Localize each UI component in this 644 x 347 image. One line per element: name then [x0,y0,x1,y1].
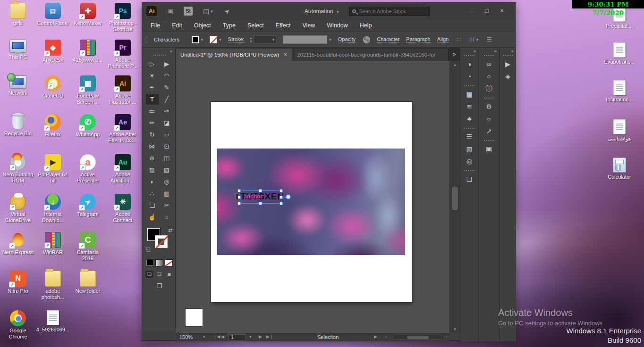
transparency-panel-icon[interactable]: ◎ [460,155,478,167]
actions-panel-icon[interactable]: ⚙ [479,100,499,113]
desktop-icon-adobe-photoshop-folder[interactable]: adobe photosh... [36,271,70,300]
line-segment-tool[interactable]: ╱ [161,94,173,105]
align-link[interactable]: Align [437,36,449,43]
symbol-sprayer-tool[interactable]: ∴ [146,188,159,199]
zoom-select-icon[interactable]: ▾ [203,334,205,339]
blend-tool[interactable]: ◎ [161,176,173,187]
desktop-icon-infiltration[interactable]: Infiltration... [602,80,636,103]
draw-inside-icon[interactable]: ◙ [165,271,173,278]
chevron-down-icon[interactable]: ▾ [201,37,203,42]
distribute-objects-icon[interactable]: ☰ [469,36,475,43]
desktop-icon-fonepaw[interactable]: ▣FonePaw Screen ... [71,75,105,105]
arrange-documents-icon[interactable]: ◫ [203,8,209,15]
stroke-color-swatch[interactable] [210,36,217,43]
selection-handle[interactable] [237,202,241,205]
lasso-tool[interactable]: ◠ [161,70,173,81]
vertical-scrollbar[interactable]: ▴ ▾ [449,61,460,333]
rectangle-tool[interactable]: ▭ [146,106,159,116]
gradient-tool[interactable]: ▧ [161,165,173,175]
chevron-down-icon[interactable]: ▾ [219,37,221,42]
none-button[interactable] [165,259,173,266]
first-artboard-icon[interactable]: ❘◀ [213,334,220,339]
share-icon[interactable]: ➤ [222,7,231,16]
desktop-icon-evapotranspiration[interactable]: Evapotrans... [602,42,636,65]
paragraph-link[interactable]: Paragraph [406,36,430,43]
color-guide-panel-icon[interactable]: ◔ [460,70,478,83]
panel-grip[interactable] [503,55,513,56]
minimize-button[interactable]: — [464,5,479,16]
last-artboard-icon[interactable]: ▶❘ [266,334,273,339]
align-objects-icon[interactable]: ∷ [457,36,461,43]
automation-play-icon[interactable]: ▶ [500,58,516,70]
desktop-icon-new-folder[interactable]: New folder [71,271,105,294]
desktop-icon-nero-burning[interactable]: Nero Burning ROM [1,154,35,184]
desktop-icon-whatsapp[interactable]: ✆WhatsApp [71,114,105,138]
desktop-icon-chrome[interactable]: Google Chrome [1,310,35,340]
desktop-icon-potplayer[interactable]: ▶PotPlayer 64 bit [36,154,70,184]
selection-tool[interactable]: ▷ [146,58,159,69]
eyedropper-tool[interactable]: ◗ [146,176,159,187]
pen-tool[interactable]: ✒ [146,82,159,93]
menu-view[interactable]: View [302,22,315,29]
collapse-panel-icon[interactable]: « [144,48,175,54]
shape-builder-tool[interactable]: ⊕ [146,153,159,164]
desktop-icon-audition[interactable]: AuAdobe Audition ... [106,154,140,184]
desktop-icon-nero-express[interactable]: Nero Express [1,232,35,256]
perspective-grid-tool[interactable]: ◫ [161,153,173,164]
artboard-number-field[interactable]: 1 [229,334,246,340]
selection-handle[interactable] [280,202,283,205]
close-button[interactable]: × [494,5,509,16]
desktop-icon-active-presenter[interactable]: aActive Presenter [71,154,105,184]
control-panel-menu-icon[interactable]: ☰ [487,36,492,43]
stroke-label[interactable]: Stroke: [228,36,245,43]
scroll-left-icon[interactable]: ‹ [385,334,387,339]
text-object-selection[interactable]: TUTSXEN anchor I [239,190,281,204]
menu-file[interactable]: File [151,22,160,29]
desktop-icon-idm[interactable]: ↓Internet Downlo... [36,194,70,223]
scroll-up-icon[interactable]: ▴ [450,62,460,67]
mesh-tool[interactable]: ▦ [146,165,159,175]
scrollbar-thumb[interactable] [452,187,458,210]
scale-tool[interactable]: ▱ [161,129,173,140]
menu-select[interactable]: Select [247,22,264,29]
desktop-icon-after-effects[interactable]: AeAdobe After Effects CC... [106,114,140,144]
white-square-object[interactable] [186,309,203,326]
desktop-icon-control-panel[interactable]: ▤Control Panel [36,3,70,26]
desktop-icon-premiere[interactable]: PrAdobe Premiere P... [106,40,140,69]
artboard-tool[interactable]: ❏ [146,200,159,211]
document-info-panel-icon[interactable]: ⓘ [479,83,499,95]
horizontal-scrollbar[interactable] [392,335,444,340]
collapse-panel-icon[interactable]: « [460,49,478,54]
tab-background-image[interactable]: 262115-beautiful-cool-backgrounds-tumblr… [292,49,449,61]
menu-window[interactable]: Window [327,22,347,29]
artboards-panel-icon[interactable]: ❏ [460,173,478,185]
width-tool[interactable]: ⋈ [146,141,159,152]
libraries-panel-icon[interactable]: ○ [479,70,499,83]
chevron-down-icon[interactable]: ▾ [211,9,213,14]
selection-handle[interactable] [259,189,262,192]
desktop-icon-image-file[interactable]: 4_59269069... [36,310,70,333]
rotate-tool[interactable]: ↻ [146,129,159,140]
artboard-select-icon[interactable]: ▾ [249,334,252,339]
opacity-link[interactable]: Opacity [338,36,356,43]
change-screen-mode-icon[interactable]: ❐ [144,282,175,289]
fill-color-swatch[interactable] [192,36,199,43]
menu-effect[interactable]: Effect [276,22,291,29]
zoom-level[interactable]: 150% [179,334,193,340]
panel-grip[interactable] [146,36,147,43]
hand-tool[interactable]: ☝ [146,212,159,223]
stroke-weight-select[interactable]: ▾ [254,35,276,44]
scroll-down-icon[interactable]: ▾ [450,327,460,331]
stroke-panel-icon[interactable]: ☰ [460,131,478,143]
menu-edit[interactable]: Edit [172,22,182,29]
workspace-switcher[interactable]: Automation ▾ [305,8,339,15]
desktop-icon-anydesk[interactable]: ◈AnyDesk [36,40,70,63]
selection-handle[interactable] [259,202,262,205]
panel-grip[interactable] [484,55,494,56]
direct-selection-tool[interactable]: ▶ [161,58,173,69]
draw-normal-icon[interactable]: ❏ [145,271,153,278]
panel-grip[interactable] [153,55,166,56]
panel-grip[interactable] [464,55,475,56]
desktop-icon-calculator[interactable]: Calculator [602,157,636,180]
maximize-button[interactable]: □ [479,5,494,16]
